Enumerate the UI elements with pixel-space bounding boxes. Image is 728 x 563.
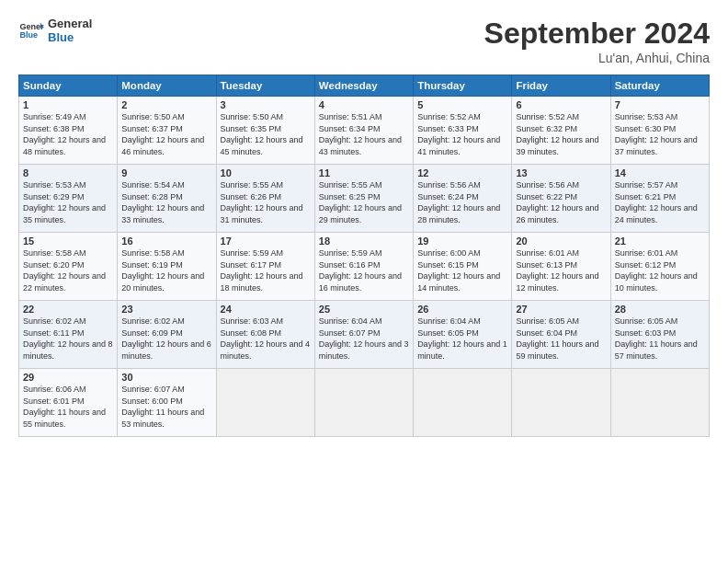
calendar-row: 22 Sunrise: 6:02 AMSunset: 6:11 PMDaylig…: [19, 301, 710, 369]
day-info: Sunrise: 5:56 AMSunset: 6:22 PMDaylight:…: [516, 180, 598, 224]
day-info: Sunrise: 5:52 AMSunset: 6:32 PMDaylight:…: [516, 112, 598, 156]
day-info: Sunrise: 5:50 AMSunset: 6:37 PMDaylight:…: [121, 112, 204, 156]
day-info: Sunrise: 5:49 AMSunset: 6:38 PMDaylight:…: [23, 112, 106, 156]
title-block: September 2024 Lu'an, Anhui, China: [484, 17, 710, 65]
day-number: 12: [417, 167, 507, 178]
day-info: Sunrise: 6:06 AMSunset: 6:01 PMDaylight:…: [23, 385, 106, 429]
table-row: 12 Sunrise: 5:56 AMSunset: 6:24 PMDaylig…: [414, 165, 512, 233]
day-info: Sunrise: 6:04 AMSunset: 6:05 PMDaylight:…: [417, 316, 507, 361]
day-info: Sunrise: 5:55 AMSunset: 6:26 PMDaylight:…: [221, 180, 303, 224]
table-row: 14 Sunrise: 5:57 AMSunset: 6:21 PMDaylig…: [610, 165, 709, 233]
day-info: Sunrise: 5:53 AMSunset: 6:30 PMDaylight:…: [615, 112, 698, 156]
table-row: 9 Sunrise: 5:54 AMSunset: 6:28 PMDayligh…: [118, 165, 216, 233]
col-friday: Friday: [512, 75, 610, 97]
table-row: 29 Sunrise: 6:06 AMSunset: 6:01 PMDaylig…: [19, 369, 118, 437]
header-row: Sunday Monday Tuesday Wednesday Thursday…: [19, 75, 710, 97]
col-sunday: Sunday: [19, 75, 118, 97]
day-info: Sunrise: 6:02 AMSunset: 6:09 PMDaylight:…: [121, 316, 211, 361]
day-info: Sunrise: 5:58 AMSunset: 6:19 PMDaylight:…: [121, 248, 204, 293]
day-number: 8: [23, 167, 113, 178]
calendar-row: 8 Sunrise: 5:53 AMSunset: 6:29 PMDayligh…: [19, 165, 710, 233]
col-thursday: Thursday: [414, 75, 512, 97]
table-row: 25 Sunrise: 6:04 AMSunset: 6:07 PMDaylig…: [314, 301, 413, 369]
day-info: Sunrise: 5:53 AMSunset: 6:29 PMDaylight:…: [23, 180, 106, 224]
day-info: Sunrise: 5:59 AMSunset: 6:17 PMDaylight:…: [221, 248, 303, 293]
table-row: [512, 369, 610, 437]
table-row: 17 Sunrise: 5:59 AMSunset: 6:17 PMDaylig…: [216, 233, 314, 301]
day-info: Sunrise: 5:57 AMSunset: 6:21 PMDaylight:…: [615, 180, 698, 224]
day-number: 16: [121, 236, 211, 247]
day-number: 14: [615, 167, 705, 178]
day-number: 18: [319, 236, 409, 247]
table-row: 22 Sunrise: 6:02 AMSunset: 6:11 PMDaylig…: [19, 301, 118, 369]
day-number: 25: [319, 304, 409, 315]
logo-line2: Blue: [48, 30, 92, 44]
page: General Blue General Blue September 2024…: [0, 0, 728, 563]
day-info: Sunrise: 5:50 AMSunset: 6:35 PMDaylight:…: [221, 112, 303, 156]
table-row: 7 Sunrise: 5:53 AMSunset: 6:30 PMDayligh…: [610, 97, 709, 165]
logo-line1: General: [48, 17, 92, 30]
day-number: 7: [615, 99, 705, 110]
day-number: 9: [121, 167, 211, 178]
table-row: 13 Sunrise: 5:56 AMSunset: 6:22 PMDaylig…: [512, 165, 610, 233]
day-info: Sunrise: 6:05 AMSunset: 6:04 PMDaylight:…: [516, 316, 598, 361]
table-row: 4 Sunrise: 5:51 AMSunset: 6:34 PMDayligh…: [314, 97, 413, 165]
day-number: 2: [121, 99, 211, 110]
table-row: 19 Sunrise: 6:00 AMSunset: 6:15 PMDaylig…: [414, 233, 512, 301]
day-number: 4: [319, 99, 409, 110]
day-number: 6: [516, 99, 606, 110]
day-info: Sunrise: 6:00 AMSunset: 6:15 PMDaylight:…: [417, 248, 500, 293]
day-number: 5: [417, 99, 507, 110]
day-number: 22: [23, 304, 113, 315]
day-number: 27: [516, 304, 606, 315]
table-row: 5 Sunrise: 5:52 AMSunset: 6:33 PMDayligh…: [414, 97, 512, 165]
day-number: 30: [121, 372, 211, 383]
day-info: Sunrise: 5:52 AMSunset: 6:33 PMDaylight:…: [417, 112, 500, 156]
day-number: 28: [615, 304, 705, 315]
col-monday: Monday: [118, 75, 216, 97]
day-number: 29: [23, 372, 113, 383]
day-info: Sunrise: 6:03 AMSunset: 6:08 PMDaylight:…: [221, 316, 311, 361]
main-title: September 2024: [484, 17, 710, 51]
day-info: Sunrise: 5:54 AMSunset: 6:28 PMDaylight:…: [121, 180, 204, 224]
table-row: 6 Sunrise: 5:52 AMSunset: 6:32 PMDayligh…: [512, 97, 610, 165]
header: General Blue General Blue September 2024…: [18, 17, 710, 65]
table-row: [216, 369, 314, 437]
day-number: 21: [615, 236, 705, 247]
table-row: 24 Sunrise: 6:03 AMSunset: 6:08 PMDaylig…: [216, 301, 314, 369]
svg-text:Blue: Blue: [19, 30, 38, 40]
table-row: 20 Sunrise: 6:01 AMSunset: 6:13 PMDaylig…: [512, 233, 610, 301]
table-row: 23 Sunrise: 6:02 AMSunset: 6:09 PMDaylig…: [118, 301, 216, 369]
day-info: Sunrise: 6:05 AMSunset: 6:03 PMDaylight:…: [615, 316, 698, 361]
table-row: 3 Sunrise: 5:50 AMSunset: 6:35 PMDayligh…: [216, 97, 314, 165]
table-row: 27 Sunrise: 6:05 AMSunset: 6:04 PMDaylig…: [512, 301, 610, 369]
table-row: 10 Sunrise: 5:55 AMSunset: 6:26 PMDaylig…: [216, 165, 314, 233]
table-row: [610, 369, 709, 437]
day-number: 1: [23, 99, 113, 110]
table-row: 26 Sunrise: 6:04 AMSunset: 6:05 PMDaylig…: [414, 301, 512, 369]
day-info: Sunrise: 5:56 AMSunset: 6:24 PMDaylight:…: [417, 180, 500, 224]
calendar-row: 1 Sunrise: 5:49 AMSunset: 6:38 PMDayligh…: [19, 97, 710, 165]
day-number: 15: [23, 236, 113, 247]
day-info: Sunrise: 6:01 AMSunset: 6:13 PMDaylight:…: [516, 248, 598, 293]
calendar-row: 29 Sunrise: 6:06 AMSunset: 6:01 PMDaylig…: [19, 369, 710, 437]
day-info: Sunrise: 6:07 AMSunset: 6:00 PMDaylight:…: [121, 385, 204, 429]
day-info: Sunrise: 6:04 AMSunset: 6:07 PMDaylight:…: [319, 316, 409, 361]
col-wednesday: Wednesday: [314, 75, 413, 97]
table-row: 28 Sunrise: 6:05 AMSunset: 6:03 PMDaylig…: [610, 301, 709, 369]
day-number: 23: [121, 304, 211, 315]
table-row: 11 Sunrise: 5:55 AMSunset: 6:25 PMDaylig…: [314, 165, 413, 233]
day-info: Sunrise: 5:59 AMSunset: 6:16 PMDaylight:…: [319, 248, 402, 293]
day-info: Sunrise: 5:58 AMSunset: 6:20 PMDaylight:…: [23, 248, 106, 293]
day-info: Sunrise: 6:01 AMSunset: 6:12 PMDaylight:…: [615, 248, 698, 293]
logo: General Blue General Blue: [18, 17, 92, 44]
table-row: 1 Sunrise: 5:49 AMSunset: 6:38 PMDayligh…: [19, 97, 118, 165]
subtitle: Lu'an, Anhui, China: [484, 51, 710, 65]
table-row: 15 Sunrise: 5:58 AMSunset: 6:20 PMDaylig…: [19, 233, 118, 301]
day-number: 19: [417, 236, 507, 247]
day-number: 26: [417, 304, 507, 315]
table-row: 21 Sunrise: 6:01 AMSunset: 6:12 PMDaylig…: [610, 233, 709, 301]
day-number: 3: [221, 99, 311, 110]
table-row: [314, 369, 413, 437]
calendar-row: 15 Sunrise: 5:58 AMSunset: 6:20 PMDaylig…: [19, 233, 710, 301]
